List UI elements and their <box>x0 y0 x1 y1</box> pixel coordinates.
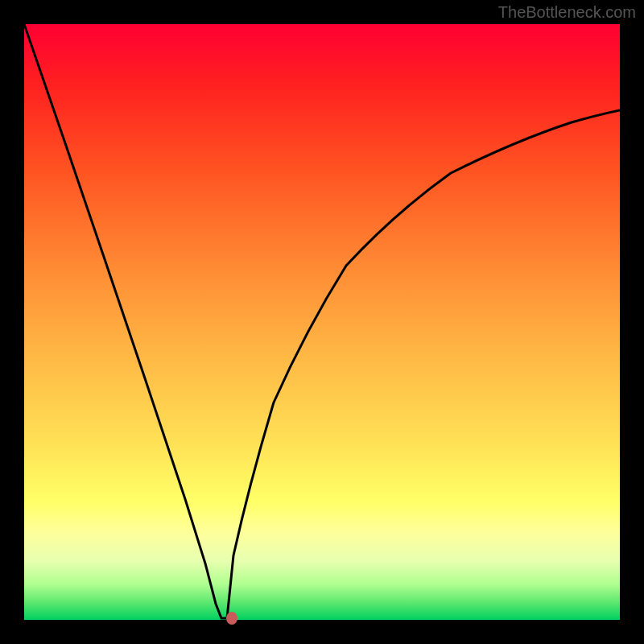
bottleneck-curve <box>24 24 620 618</box>
chart-plot-area <box>24 24 620 620</box>
watermark-text: TheBottleneck.com <box>498 3 636 22</box>
curve-minimum-marker <box>226 612 237 625</box>
curve-svg <box>24 24 620 620</box>
